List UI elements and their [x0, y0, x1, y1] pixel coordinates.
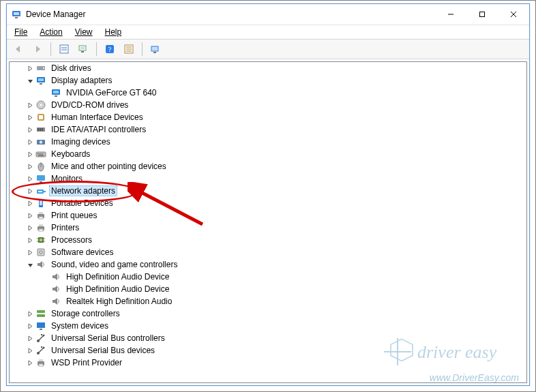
app-icon — [11, 9, 22, 20]
legacy-hardware-button[interactable] — [120, 40, 138, 58]
device-tree-pane: Disk drivesDisplay adaptersNVIDIA GeForc… — [9, 61, 527, 383]
printq-icon — [35, 210, 46, 221]
expand-none-icon — [40, 87, 50, 98]
tree-item[interactable]: Storage controllers — [10, 307, 526, 320]
expand-collapsed-icon[interactable] — [25, 308, 35, 319]
svg-rect-54 — [39, 212, 43, 214]
display-icon — [50, 87, 61, 98]
tree-item[interactable]: Network adapters — [10, 185, 526, 197]
tree-item[interactable]: Processors — [10, 234, 526, 246]
tree-item[interactable]: Mice and other pointing devices — [10, 160, 526, 172]
tree-item-label: Display adapters — [49, 75, 114, 86]
tree-item[interactable]: Sound, video and game controllers — [10, 258, 526, 271]
expand-collapsed-icon[interactable] — [25, 161, 35, 172]
svg-rect-28 — [55, 95, 57, 97]
tree-item[interactable]: High Definition Audio Device — [10, 271, 526, 283]
tree-item-label: Software devices — [49, 247, 115, 258]
keyboard-icon — [35, 149, 46, 160]
tree-item-label: Processors — [49, 235, 94, 245]
svg-rect-7 — [60, 45, 68, 53]
expand-collapsed-icon[interactable] — [25, 247, 35, 258]
maximize-button[interactable] — [466, 4, 498, 25]
svg-rect-47 — [40, 181, 42, 183]
tree-item-label: IDE ATA/ATAPI controllers — [49, 124, 148, 135]
cpu-icon — [35, 235, 46, 245]
tree-item[interactable]: Human Interface Devices — [10, 111, 526, 123]
svg-rect-80 — [39, 359, 43, 361]
tree-item[interactable]: Universal Serial Bus devices — [10, 344, 526, 357]
svg-point-22 — [43, 67, 44, 69]
expand-collapsed-icon[interactable] — [25, 136, 35, 147]
svg-rect-65 — [38, 249, 44, 256]
menu-action[interactable]: Action — [33, 26, 68, 38]
tree-item-label: Universal Serial Bus controllers — [49, 333, 167, 344]
expand-collapsed-icon[interactable] — [25, 222, 35, 233]
tree-item[interactable]: DVD/CD-ROM drives — [10, 99, 526, 111]
menu-view[interactable]: View — [69, 26, 99, 38]
svg-rect-12 — [81, 51, 84, 52]
help-button[interactable]: ? — [101, 40, 119, 58]
tree-item[interactable]: Monitors — [10, 172, 526, 185]
svg-rect-19 — [151, 46, 158, 51]
show-hidden-button[interactable] — [147, 40, 164, 58]
svg-rect-78 — [41, 346, 42, 348]
expand-collapsed-icon[interactable] — [25, 333, 35, 344]
tree-item-label: High Definition Audio Device — [64, 284, 171, 295]
expand-collapsed-icon[interactable] — [25, 345, 35, 356]
tree-item[interactable]: Disk drives — [10, 62, 526, 74]
svg-rect-58 — [39, 229, 43, 231]
tree-item[interactable]: Imaging devices — [10, 136, 526, 148]
tree-item[interactable]: WSD Print Provider — [10, 357, 526, 369]
tree-item-label: Universal Serial Bus devices — [49, 345, 157, 356]
tree-item-label: Network adapters — [49, 185, 117, 196]
expand-collapsed-icon[interactable] — [25, 124, 35, 135]
svg-rect-11 — [80, 47, 85, 49]
expand-collapsed-icon[interactable] — [25, 63, 35, 74]
tree-item-label: Human Interface Devices — [49, 112, 145, 123]
expand-collapsed-icon[interactable] — [25, 100, 35, 110]
svg-rect-35 — [40, 128, 41, 131]
tree-item-label: Sound, video and game controllers — [49, 259, 179, 270]
expand-collapsed-icon[interactable] — [25, 235, 35, 245]
tree-item[interactable]: Portable Devices — [10, 197, 526, 209]
expand-collapsed-icon[interactable] — [25, 112, 35, 123]
device-tree[interactable]: Disk drivesDisplay adaptersNVIDIA GeForc… — [10, 62, 526, 382]
expand-expanded-icon[interactable] — [25, 259, 35, 270]
tree-item[interactable]: Keyboards — [10, 148, 526, 160]
tree-item[interactable]: Software devices — [10, 246, 526, 258]
tree-item[interactable]: Printers — [10, 222, 526, 234]
close-button[interactable] — [498, 4, 529, 25]
svg-rect-43 — [38, 155, 44, 156]
menu-help[interactable]: Help — [99, 26, 128, 38]
tree-item[interactable]: High Definition Audio Device — [10, 283, 526, 295]
tree-item[interactable]: NVIDIA GeForce GT 640 — [10, 87, 526, 99]
svg-rect-74 — [41, 334, 42, 335]
expand-collapsed-icon[interactable] — [25, 198, 35, 209]
tree-item[interactable]: IDE ATA/ATAPI controllers — [10, 123, 526, 136]
tree-item[interactable]: Realtek High Definition Audio — [10, 295, 526, 307]
expand-collapsed-icon[interactable] — [25, 210, 35, 221]
properties-button[interactable] — [55, 40, 73, 58]
svg-rect-70 — [40, 329, 42, 330]
sound-icon — [50, 284, 61, 295]
svg-rect-27 — [53, 91, 59, 93]
tree-item[interactable]: Universal Serial Bus controllers — [10, 332, 526, 344]
expand-collapsed-icon[interactable] — [25, 173, 35, 184]
menu-file[interactable]: File — [8, 26, 33, 38]
toolbar-separator — [50, 42, 51, 56]
storage-icon — [35, 308, 46, 319]
minimize-button[interactable] — [435, 4, 466, 25]
expand-collapsed-icon[interactable] — [25, 320, 35, 331]
tree-item[interactable]: System devices — [10, 320, 526, 332]
expand-collapsed-icon[interactable] — [25, 185, 35, 196]
tree-item[interactable]: Display adapters — [10, 74, 526, 87]
sound-icon — [50, 296, 61, 307]
expand-collapsed-icon[interactable] — [25, 357, 35, 368]
expand-expanded-icon[interactable] — [25, 75, 35, 86]
expand-collapsed-icon[interactable] — [25, 149, 35, 160]
tree-item[interactable]: Print queues — [10, 209, 526, 222]
scan-hardware-button[interactable] — [74, 40, 92, 58]
svg-rect-41 — [40, 153, 41, 155]
svg-rect-36 — [42, 128, 43, 131]
monitor-icon — [35, 173, 46, 184]
